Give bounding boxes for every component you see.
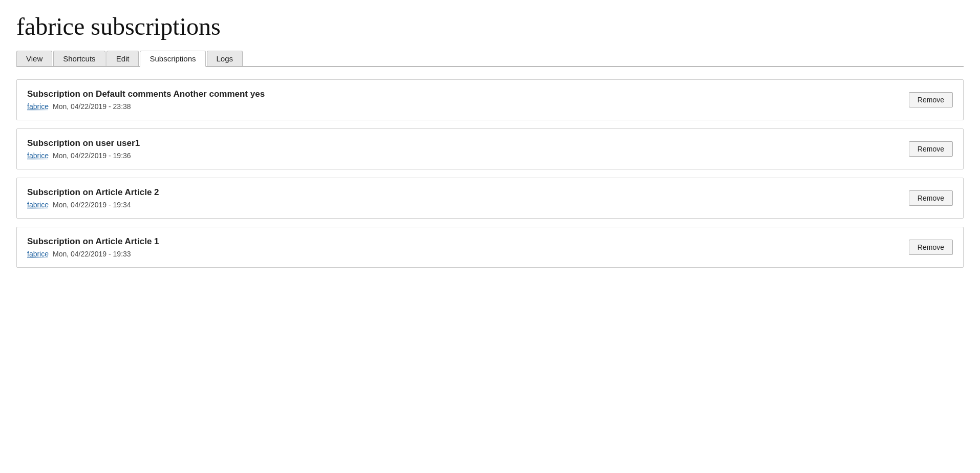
page-title: fabrice subscriptions [16,12,964,40]
subscription-meta-4: fabrice Mon, 04/22/2019 - 19:33 [27,250,159,258]
subscription-meta-1: fabrice Mon, 04/22/2019 - 23:38 [27,102,265,111]
remove-button-1[interactable]: Remove [909,92,953,107]
tab-subscriptions[interactable]: Subscriptions [140,51,205,67]
subscription-title-3: Subscription on Article Article 2 [27,187,159,198]
subscription-author-4[interactable]: fabrice [27,250,49,258]
tab-edit[interactable]: Edit [106,51,139,66]
tab-logs[interactable]: Logs [207,51,243,66]
table-row: Subscription on user user1 fabrice Mon, … [16,128,964,169]
subscription-meta-3: fabrice Mon, 04/22/2019 - 19:34 [27,201,159,209]
subscription-list: Subscription on Default comments Another… [16,79,964,268]
subscription-date-2: Mon, 04/22/2019 - 19:36 [53,152,131,160]
remove-button-3[interactable]: Remove [909,190,953,206]
subscription-date-4: Mon, 04/22/2019 - 19:33 [53,250,131,258]
remove-button-2[interactable]: Remove [909,141,953,157]
subscription-author-3[interactable]: fabrice [27,201,49,209]
tab-view[interactable]: View [16,51,52,66]
subscription-content-1: Subscription on Default comments Another… [27,89,265,111]
table-row: Subscription on Article Article 1 fabric… [16,227,964,268]
table-row: Subscription on Default comments Another… [16,79,964,120]
subscription-title-1: Subscription on Default comments Another… [27,89,265,99]
subscription-author-1[interactable]: fabrice [27,102,49,111]
subscription-title-4: Subscription on Article Article 1 [27,236,159,247]
remove-button-4[interactable]: Remove [909,240,953,255]
subscription-author-2[interactable]: fabrice [27,152,49,160]
subscription-meta-2: fabrice Mon, 04/22/2019 - 19:36 [27,152,140,160]
subscription-date-1: Mon, 04/22/2019 - 23:38 [53,102,131,111]
subscription-title-2: Subscription on user user1 [27,138,140,148]
tab-bar: View Shortcuts Edit Subscriptions Logs [16,51,964,67]
subscription-content-2: Subscription on user user1 fabrice Mon, … [27,138,140,160]
tab-shortcuts[interactable]: Shortcuts [53,51,105,66]
table-row: Subscription on Article Article 2 fabric… [16,178,964,219]
subscription-content-4: Subscription on Article Article 1 fabric… [27,236,159,258]
subscription-date-3: Mon, 04/22/2019 - 19:34 [53,201,131,209]
subscription-content-3: Subscription on Article Article 2 fabric… [27,187,159,209]
